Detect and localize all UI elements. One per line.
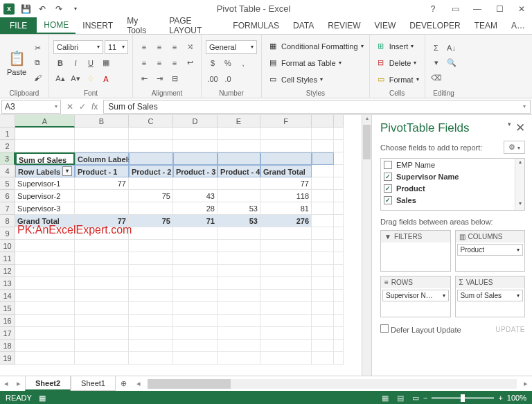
help-button[interactable]: ? <box>424 1 442 17</box>
cell[interactable] <box>75 128 129 140</box>
cell[interactable] <box>129 277 173 290</box>
cell[interactable] <box>312 265 334 277</box>
cell[interactable] <box>15 290 75 302</box>
cell[interactable] <box>129 302 173 315</box>
cell[interactable] <box>75 265 129 277</box>
shrink-font-button[interactable]: A▾ <box>69 72 82 86</box>
cell[interactable] <box>129 240 173 252</box>
cancel-formula-icon[interactable]: ✕ <box>66 102 73 112</box>
columns-area[interactable]: ▥COLUMNS Product▾ <box>455 230 526 272</box>
tab-view[interactable]: VIEW <box>368 17 403 34</box>
cell[interactable] <box>173 327 218 340</box>
align-top-icon[interactable]: ≡ <box>137 40 151 54</box>
clear-button[interactable]: ⌫ <box>429 71 443 85</box>
font-color-button[interactable]: A <box>99 72 113 86</box>
cell[interactable]: 75 <box>129 215 173 227</box>
cell[interactable] <box>129 327 173 340</box>
copy-button[interactable]: ⧉ <box>30 56 44 70</box>
bold-button[interactable]: B <box>53 56 67 70</box>
field-list[interactable]: EMP Name✓Supervisor Name✓Product✓Sales ▴… <box>380 158 525 211</box>
worksheet-grid[interactable]: ABCDEF123Sum of SalesColumn Labels▾4Row … <box>0 115 362 376</box>
tab-insert[interactable]: INSERT <box>76 17 120 34</box>
cell[interactable] <box>334 352 344 365</box>
cell[interactable] <box>312 302 334 315</box>
cell[interactable] <box>15 315 75 327</box>
file-tab[interactable]: FILE <box>0 17 37 34</box>
cell[interactable]: Column Labels▾ <box>75 152 129 165</box>
cell[interactable] <box>334 202 344 215</box>
cell[interactable] <box>218 302 260 315</box>
panel-dropdown-icon[interactable]: ▾ <box>508 121 511 135</box>
cell[interactable] <box>218 290 260 302</box>
cell[interactable] <box>75 315 129 327</box>
cell[interactable] <box>75 352 129 365</box>
field-item[interactable]: ✓Sales <box>381 194 524 206</box>
cell[interactable] <box>15 265 75 277</box>
cell[interactable] <box>173 227 218 240</box>
cell[interactable] <box>312 202 334 215</box>
cell[interactable] <box>312 240 334 252</box>
cell[interactable] <box>260 277 312 290</box>
cell[interactable] <box>75 252 129 265</box>
defer-checkbox[interactable] <box>380 324 389 333</box>
cell[interactable] <box>334 252 344 265</box>
cell[interactable]: 276 <box>260 215 312 227</box>
cell[interactable]: Supervisor-1 <box>15 177 75 190</box>
cell[interactable] <box>312 128 334 140</box>
cell[interactable] <box>15 128 75 140</box>
cell[interactable] <box>260 290 312 302</box>
horizontal-scrollbar[interactable] <box>148 379 517 389</box>
cell[interactable] <box>334 240 344 252</box>
cell[interactable] <box>260 252 312 265</box>
cell[interactable] <box>75 327 129 340</box>
cell[interactable]: 77 <box>260 177 312 190</box>
cell[interactable] <box>334 190 344 202</box>
undo-button[interactable]: ↶ <box>35 1 50 17</box>
align-left-icon[interactable]: ≡ <box>137 56 151 70</box>
cell[interactable]: 75 <box>129 190 173 202</box>
cell[interactable] <box>218 265 260 277</box>
cell[interactable] <box>312 177 334 190</box>
cell[interactable] <box>15 277 75 290</box>
cell[interactable] <box>173 252 218 265</box>
cell[interactable]: 53 <box>218 215 260 227</box>
cell[interactable]: Row Labels▾ <box>15 165 75 177</box>
format-as-table-button[interactable]: ▤Format as Table ▾ <box>266 55 365 71</box>
cell[interactable] <box>15 352 75 365</box>
cell[interactable] <box>15 327 75 340</box>
cell[interactable]: 28 <box>173 202 218 215</box>
enter-formula-icon[interactable]: ✓ <box>79 102 86 112</box>
field-item[interactable]: ✓Supervisor Name <box>381 170 524 182</box>
qat-customize[interactable]: ▾ <box>68 1 83 17</box>
cell[interactable] <box>75 340 129 352</box>
cell[interactable] <box>334 290 344 302</box>
hscroll-left[interactable]: ◂ <box>132 379 145 388</box>
cell[interactable] <box>129 177 173 190</box>
zoom-in-button[interactable]: + <box>498 394 502 402</box>
cell[interactable] <box>218 128 260 140</box>
cell[interactable] <box>260 352 312 365</box>
find-button[interactable]: 🔍 <box>445 56 459 70</box>
tab-team[interactable]: TEAM <box>468 17 504 34</box>
view-normal-icon[interactable]: ▦ <box>378 394 393 403</box>
maximize-button[interactable]: ☐ <box>490 1 508 17</box>
cell[interactable] <box>75 302 129 315</box>
cell[interactable] <box>129 265 173 277</box>
cell[interactable] <box>260 240 312 252</box>
insert-function-icon[interactable]: fx <box>91 102 98 112</box>
tab-home[interactable]: HOME <box>37 17 76 34</box>
increase-decimal-button[interactable]: .00 <box>206 72 220 86</box>
cell[interactable]: 53 <box>218 202 260 215</box>
name-box[interactable]: A3▾ <box>1 100 61 114</box>
new-sheet-button[interactable]: ⊕ <box>116 376 132 391</box>
panel-layout-button[interactable]: ⚙ ▾ <box>504 141 525 154</box>
cell[interactable] <box>15 227 75 240</box>
field-item[interactable]: EMP Name <box>381 159 524 170</box>
cell[interactable] <box>218 252 260 265</box>
cell[interactable] <box>218 315 260 327</box>
cell[interactable] <box>173 128 218 140</box>
cell[interactable] <box>312 152 334 165</box>
cell[interactable] <box>260 327 312 340</box>
cell[interactable] <box>334 340 344 352</box>
cell[interactable] <box>218 340 260 352</box>
